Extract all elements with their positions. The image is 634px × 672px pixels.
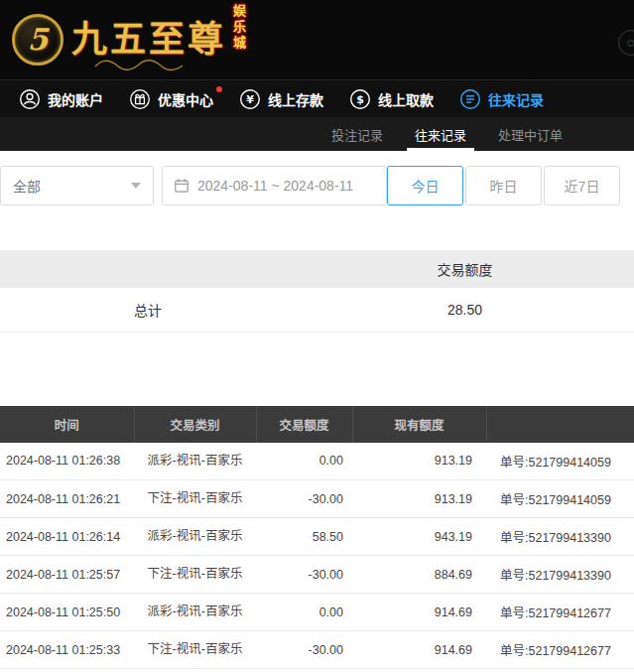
table-row: 2024-08-11 01:26:14 派彩-视讯-百家乐 58.50 943.…	[0, 518, 634, 556]
cell-time: 2024-08-11 01:26:38	[0, 443, 134, 480]
tab-label: 处理中订单	[498, 125, 563, 144]
cell-type: 派彩-视讯-百家乐	[134, 443, 256, 480]
cell-amount: 0.00	[256, 443, 352, 480]
summary-total-label: 总计	[0, 288, 296, 332]
svg-text:$: $	[356, 93, 364, 106]
cell-time: 2024-08-11 01:25:50	[0, 594, 134, 631]
brand-block[interactable]: 九五至尊	[71, 20, 226, 60]
nav-label: 我的账户	[48, 89, 103, 109]
subtab-bar: 投注记录 往来记录 处理中订单	[0, 117, 634, 151]
table-row: 2024-08-11 01:25:33 下注-视讯-百家乐 -30.00 914…	[0, 631, 634, 669]
tab-processing-orders[interactable]: 处理中订单	[482, 117, 578, 151]
cell-note: 单号:521799414059	[486, 480, 634, 518]
table-row: 2024-08-11 01:25:57 下注-视讯-百家乐 -30.00 884…	[0, 556, 634, 594]
cell-note: 单号:521799413390	[486, 556, 634, 594]
cell-amount: 0.00	[256, 594, 352, 631]
cell-note: 单号:521799412677	[486, 594, 634, 631]
type-select[interactable]: 全部	[0, 166, 154, 205]
nav-item-promotions[interactable]: 优惠中心	[118, 80, 224, 117]
cell-balance: 914.69	[352, 631, 486, 669]
column-header-type: 交易类别	[134, 406, 256, 443]
cell-time: 2024-08-11 01:26:21	[0, 480, 134, 518]
transactions-section: 时间 交易类别 交易额度 现有额度 2024-08-11 01:26:38 派彩…	[0, 406, 634, 670]
nav-item-my-account[interactable]: 我的账户	[8, 80, 114, 117]
cell-note: 单号:521799414059	[486, 443, 634, 480]
cell-balance: 913.19	[352, 443, 486, 480]
cell-amount: -30.00	[256, 631, 352, 669]
cell-time: 2024-08-11 01:25:57	[0, 556, 134, 594]
tab-label: 投注记录	[331, 125, 383, 144]
filter-bar: 全部 2024-08-11 ~ 2024-08-11 今日 昨日 近7日	[0, 151, 634, 220]
date-range-input[interactable]: 2024-08-11 ~ 2024-08-11	[162, 166, 387, 205]
column-header-amount: 交易额度	[256, 406, 352, 443]
cell-note: 单号:521799412677	[486, 631, 634, 669]
button-label: 近7日	[565, 176, 600, 196]
type-select-value: 全部	[13, 176, 41, 196]
cell-time: 2024-08-11 01:25:33	[0, 631, 134, 669]
cell-type: 下注-视讯-百家乐	[134, 631, 256, 669]
cell-type: 派彩-视讯-百家乐	[134, 518, 256, 556]
flourish-ornament-icon	[93, 59, 189, 72]
service-icon[interactable]: ☺	[618, 30, 634, 56]
nav-label: 优惠中心	[158, 89, 213, 109]
table-header-row: 时间 交易类别 交易额度 现有额度	[0, 406, 634, 443]
cell-amount: -30.00	[256, 556, 352, 594]
summary-total-row: 总计 28.50	[0, 288, 634, 332]
last-7-days-button[interactable]: 近7日	[544, 166, 620, 205]
date-range-value: 2024-08-11 ~ 2024-08-11	[197, 178, 353, 194]
deposit-coin-icon: ¥	[239, 88, 261, 110]
nav-item-withdraw[interactable]: $ 线上取款	[338, 80, 444, 117]
brand-badge: 娱乐城	[232, 4, 245, 64]
table-row: 2024-08-11 01:26:38 派彩-视讯-百家乐 0.00 913.1…	[0, 443, 634, 480]
cell-balance: 884.69	[352, 556, 486, 594]
cell-note: 单号:521799413390	[486, 518, 634, 556]
nav-item-transaction-records[interactable]: 往来记录	[448, 80, 555, 117]
column-header-note	[486, 406, 634, 443]
cell-balance: 914.69	[352, 594, 486, 631]
cell-type: 下注-视讯-百家乐	[134, 480, 256, 518]
nav-label: 线上存款	[268, 89, 323, 109]
logo-number: 5	[28, 25, 49, 55]
today-button[interactable]: 今日	[387, 166, 463, 205]
brand-name: 九五至尊	[71, 20, 226, 60]
summary-header-row: 交易额度	[0, 250, 634, 288]
table-row: 2024-08-11 01:25:50 派彩-视讯-百家乐 0.00 914.6…	[0, 594, 634, 631]
withdraw-coin-icon: $	[349, 88, 371, 110]
svg-text:¥: ¥	[246, 93, 254, 106]
gift-icon	[129, 88, 151, 110]
brand-logo[interactable]: 5	[12, 14, 63, 66]
summary-section: 交易额度 总计 28.50	[0, 250, 634, 333]
nav-item-deposit[interactable]: ¥ 线上存款	[228, 80, 334, 117]
records-doc-icon	[459, 88, 481, 110]
button-label: 今日	[412, 176, 440, 196]
summary-header-amount: 交易额度	[296, 250, 634, 288]
cell-balance: 943.19	[352, 518, 486, 556]
main-nav: 我的账户 优惠中心 ¥ 线上存款	[0, 79, 634, 117]
page: 5 九五至尊 娱乐城 ☺ 我的账户	[0, 0, 634, 672]
cell-time: 2024-08-11 01:26:14	[0, 518, 134, 556]
nav-label: 往来记录	[488, 89, 544, 109]
tab-label: 往来记录	[415, 125, 466, 144]
chevron-down-icon	[131, 183, 141, 189]
nav-label: 线上取款	[378, 89, 434, 109]
cell-type: 下注-视讯-百家乐	[134, 556, 256, 594]
column-header-balance: 现有额度	[352, 406, 486, 443]
cell-type: 派彩-视讯-百家乐	[134, 594, 256, 631]
top-header: 5 九五至尊 娱乐城 ☺	[0, 0, 634, 79]
notification-dot	[216, 86, 222, 92]
tab-bet-records[interactable]: 投注记录	[316, 117, 399, 151]
summary-total-value: 28.50	[296, 288, 634, 332]
cell-balance: 913.19	[352, 480, 486, 518]
summary-header-empty	[0, 250, 296, 288]
user-icon	[19, 88, 41, 110]
cell-amount: 58.50	[256, 518, 352, 556]
column-header-time: 时间	[0, 406, 134, 443]
tab-transaction-records[interactable]: 往来记录	[399, 117, 482, 151]
yesterday-button[interactable]: 昨日	[465, 166, 542, 205]
calendar-icon	[174, 178, 190, 194]
button-label: 昨日	[490, 176, 518, 196]
table-row: 2024-08-11 01:26:21 下注-视讯-百家乐 -30.00 913…	[0, 480, 634, 518]
cell-amount: -30.00	[256, 480, 352, 518]
